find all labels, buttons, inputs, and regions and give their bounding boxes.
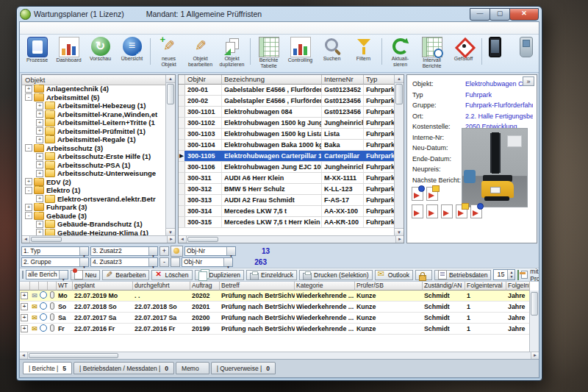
maximize-button[interactable]: ▢ (490, 8, 510, 21)
tab[interactable]: Memo (176, 362, 209, 374)
minimize-button[interactable]: — (470, 8, 490, 21)
column-header-objnr[interactable]: ObjNr (185, 75, 222, 85)
expand-toggle-icon[interactable]: + (36, 102, 43, 110)
table-row[interactable]: 300-313 AUDI A2 Frau Schmidt F-AS-17 Fuh… (179, 195, 395, 206)
column-header-geplant[interactable]: geplant (73, 282, 133, 291)
report-button-delete[interactable]: Löschen (151, 270, 192, 280)
toolbar-button-controlling[interactable]: Controlling (284, 35, 316, 69)
tree-item[interactable]: - Elektro (1) (22, 186, 166, 195)
expand-toggle-icon[interactable]: + (25, 85, 32, 93)
toolbar-button-refresh[interactable]: Aktuali- sieren (384, 35, 416, 68)
tree-header[interactable]: Objekt (22, 75, 175, 85)
filter-select-zusatz2[interactable]: 3. Zusatz2 (90, 246, 158, 256)
tree-item[interactable]: + Arbeitsmittel-Prüfmittel (1) (22, 127, 166, 136)
toolbar-button-new-object[interactable]: neues Objekt (153, 35, 184, 68)
toolbar-button-interval-reports[interactable]: Intervall Berichte (416, 35, 448, 69)
filter-small-button[interactable] (171, 257, 180, 267)
dropdown-arrow-icon[interactable] (59, 271, 68, 279)
expand-toggle-icon[interactable]: + (36, 119, 43, 126)
dropdown-arrow-icon[interactable] (223, 258, 232, 266)
scrollbar-thumb[interactable] (31, 237, 62, 242)
report-row[interactable]: + Fr 22.07.2016 Fr 22.07.2016 Fr 20199 P… (20, 324, 539, 335)
filter-remove-button[interactable]: - (159, 257, 169, 267)
pdf-pin-icon[interactable] (470, 204, 482, 218)
column-header-pruefer[interactable]: Prüfer/SB (355, 282, 423, 291)
column-header-wt[interactable]: WT (57, 282, 73, 291)
filter-add-button[interactable]: + (159, 246, 169, 256)
scrollbar-thumb[interactable] (395, 84, 403, 104)
table-row[interactable]: 300-1105 Elektrohubwagen Carterpillar 16… (179, 151, 395, 162)
toolbar-button-duplicate-object[interactable]: Objekt duplizieren (216, 35, 248, 68)
tree-item[interactable]: + Arbeitsmittel-Leitern+Tritte (1 (22, 118, 166, 127)
expand-toggle-icon[interactable]: + (36, 170, 43, 177)
report-horizontal-scrollbar[interactable] (20, 352, 539, 359)
expand-toggle-icon[interactable]: + (36, 110, 43, 118)
calendar-search-icon[interactable] (517, 270, 519, 280)
note-icon[interactable] (456, 204, 467, 218)
expand-toggle-icon[interactable]: + (21, 325, 28, 332)
expand-toggle-icon[interactable]: + (25, 178, 32, 185)
tree-item[interactable]: + Arbeitsmittel-Hebezeug (1) (22, 101, 166, 110)
note-icon[interactable] (426, 187, 438, 201)
tree-item[interactable]: + Gebäude-Brandschutz (1) (22, 220, 166, 229)
tree-item[interactable]: + Arbeitsmittel-Krane,Winden,et (22, 110, 166, 119)
tree-item[interactable]: + Fuhrpark (3) (22, 203, 166, 212)
expand-toggle-icon[interactable]: + (25, 204, 32, 211)
toolbar-button-hazard[interactable]: GefStoff (448, 35, 479, 68)
column-header-folgeinterval[interactable]: Folgeinterval (465, 282, 506, 291)
column-header-auftrag[interactable]: Auftrag (190, 282, 220, 291)
report-button-copy[interactable]: Duplizieren (195, 270, 245, 280)
dropdown-arrow-icon[interactable] (79, 247, 88, 255)
toolbar-button-processes[interactable]: Prozesse (21, 35, 53, 69)
toolbar-button-search[interactable]: Suchen (316, 35, 348, 68)
report-button-edit-report[interactable]: Bearbeiten (102, 270, 149, 280)
table-row[interactable]: 200-02 Gabelstapler E4566 , Flurförderze… (179, 96, 395, 107)
report-row[interactable]: + Sa 22.07.2017 Sa 22.07.2017 Sa 20200 P… (20, 313, 539, 324)
expand-toggle-icon[interactable]: + (36, 153, 43, 160)
dropdown-arrow-icon[interactable] (226, 247, 235, 255)
tree-item[interactable]: + EDV (2) (22, 178, 166, 187)
table-row[interactable]: 300-1106 Elektrohubwagen Jung EJC 1000 k… (179, 162, 395, 173)
toolbar-button-edit-object[interactable]: Objekt bearbeiten (184, 35, 216, 68)
expand-toggle-icon[interactable]: + (36, 195, 43, 202)
tab[interactable]: | Berichte | 5 (23, 362, 72, 374)
tree-item[interactable]: + Arbeitsmittel-Regale (1) (22, 135, 166, 144)
expand-toggle-icon[interactable]: + (21, 314, 28, 321)
tree-vertical-scrollbar[interactable] (165, 75, 175, 236)
report-row[interactable]: + Mo 22.07.2019 Mo . . 20202 Prüfung nac… (20, 291, 539, 302)
pdf-pin-icon[interactable] (412, 187, 423, 201)
spinner-arrows-icon[interactable]: ▲▼ (507, 270, 514, 279)
report-button-print[interactable]: Drucken (Selektion) (299, 270, 373, 280)
titlebar[interactable]: Wartungsplaner (1 Lizenz) Mandant: 1 All… (17, 7, 542, 21)
filter-search-icon[interactable] (171, 246, 183, 257)
filter-select-zusatz3[interactable]: 4. Zusatz3 (90, 257, 158, 267)
pdf-icon[interactable] (412, 204, 423, 218)
tree-item[interactable]: + Arbeitsschutz-Erste Hilfe (1) (22, 152, 166, 161)
dropdown-arrow-icon[interactable] (148, 258, 157, 266)
toolbar-button-dashboard[interactable]: Dashboard (53, 35, 85, 69)
report-vertical-scrollbar[interactable] (529, 291, 539, 352)
tree-item[interactable]: - Arbeitsmittel (5) (22, 93, 166, 102)
interval-spinner[interactable]: 15 ▲▼ (493, 269, 515, 280)
tree-item[interactable]: + Anlagentechnik (4) (22, 85, 166, 93)
dropdown-arrow-icon[interactable] (79, 258, 88, 266)
expand-toggle-icon[interactable]: - (25, 144, 32, 152)
column-header-folgeint[interactable]: FolgeInt (506, 282, 530, 291)
column-header-bezeichnung[interactable]: Bezeichnung (222, 75, 322, 85)
sort-select-objnr-1[interactable]: Obj-Nr (184, 246, 236, 256)
tree-item[interactable]: - Arbeitsschutz (3) (22, 144, 166, 153)
tree-item[interactable]: + Arbeitsschutz-PSA (1) (22, 161, 166, 170)
pdf-icon[interactable] (441, 204, 453, 218)
detail-expander-button[interactable]: » (523, 76, 534, 86)
scrollbar-thumb[interactable] (29, 353, 118, 358)
tree-item[interactable]: + Arbeitsschutz-Unterweisunge (22, 169, 166, 178)
column-header-betreff[interactable]: Betreff (220, 282, 295, 291)
report-filter-checkbox[interactable] (22, 271, 24, 279)
expand-toggle-icon[interactable]: - (25, 93, 32, 101)
expand-toggle-icon[interactable]: + (36, 136, 43, 143)
expand-toggle-icon[interactable]: - (25, 212, 32, 219)
column-header-internenr[interactable]: InterneNr (322, 75, 364, 85)
scrollbar-thumb[interactable] (187, 237, 218, 242)
table-row[interactable]: 300-1104 Elektrohubwagen Baka 1000 kg Ba… (179, 140, 395, 151)
object-table-vertical-scrollbar[interactable] (394, 75, 404, 236)
